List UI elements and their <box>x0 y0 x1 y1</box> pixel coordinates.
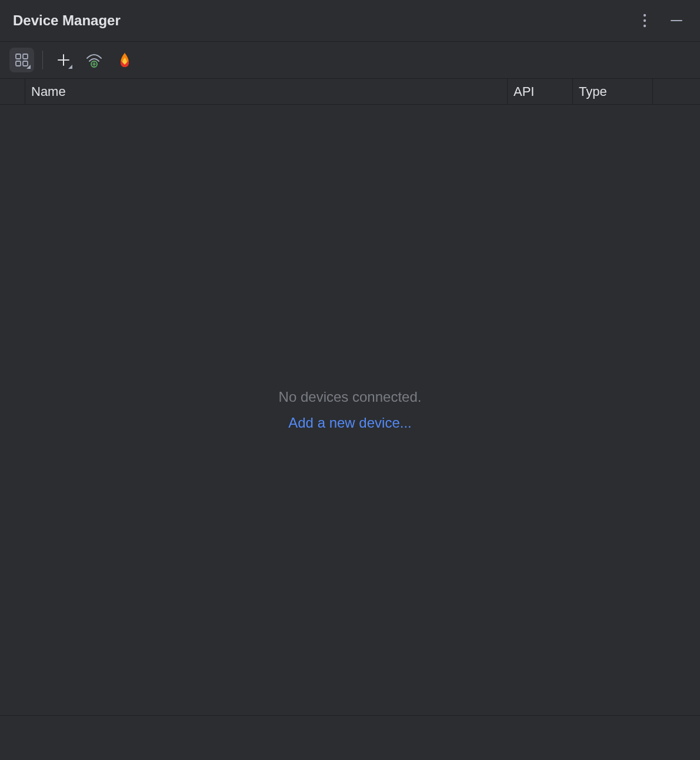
column-header-type[interactable]: Type <box>573 79 653 104</box>
table-header-spacer <box>0 79 25 104</box>
expand-indicator-icon <box>68 65 72 69</box>
toolbar-separator <box>42 51 43 69</box>
empty-state: No devices connected. Add a new device..… <box>0 105 700 716</box>
firebase-button[interactable] <box>112 48 137 72</box>
svg-point-0 <box>644 14 646 16</box>
column-header-api[interactable]: API <box>508 79 573 104</box>
column-header-actions <box>653 79 700 104</box>
device-table-header: Name API Type <box>0 79 700 105</box>
more-options-button[interactable] <box>634 10 655 31</box>
device-streaming-button[interactable] <box>9 48 34 72</box>
title-bar: Device Manager <box>0 0 700 42</box>
wifi-add-icon <box>86 52 102 68</box>
toolbar <box>0 42 700 79</box>
title-bar-actions <box>634 10 687 31</box>
svg-point-1 <box>644 19 646 22</box>
minimize-button[interactable] <box>666 10 687 31</box>
expand-indicator-icon <box>26 65 31 69</box>
panel-title: Device Manager <box>13 12 121 29</box>
empty-state-message: No devices connected. <box>279 389 422 405</box>
footer-spacer <box>0 716 700 760</box>
add-device-button[interactable] <box>51 48 76 72</box>
svg-rect-4 <box>16 54 21 59</box>
minimize-icon <box>670 14 683 27</box>
pair-wifi-button[interactable] <box>82 48 106 72</box>
svg-point-2 <box>644 25 646 27</box>
firebase-icon <box>118 52 131 68</box>
svg-rect-6 <box>16 61 21 66</box>
column-header-name[interactable]: Name <box>25 79 508 104</box>
more-vertical-icon <box>643 14 646 28</box>
svg-rect-5 <box>23 54 28 59</box>
add-new-device-link[interactable]: Add a new device... <box>288 415 411 431</box>
